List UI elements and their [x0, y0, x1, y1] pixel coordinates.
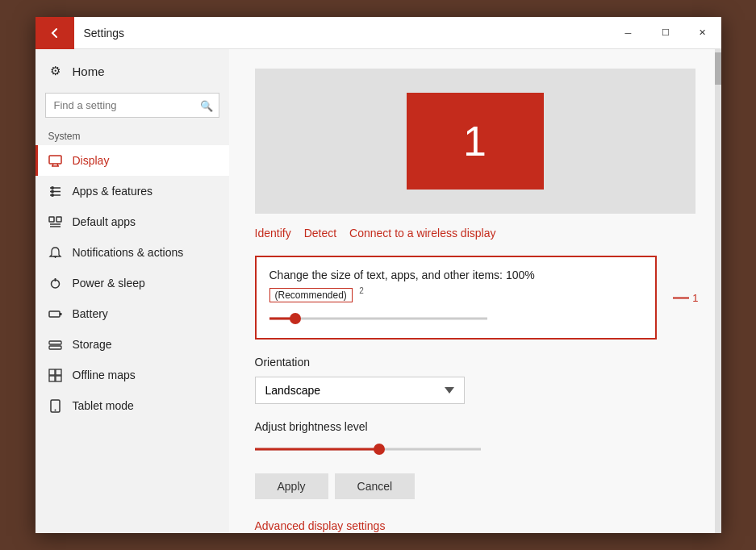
tablet-icon — [48, 398, 63, 413]
identify-link[interactable]: Identify — [255, 227, 291, 240]
window-controls: ─ ☐ ✕ — [610, 17, 721, 49]
svg-rect-25 — [56, 376, 61, 381]
sidebar-label-power: Power & sleep — [73, 277, 145, 290]
svg-rect-22 — [49, 369, 55, 375]
sidebar-item-display[interactable]: Display — [36, 145, 229, 176]
cancel-button[interactable]: Cancel — [335, 473, 416, 499]
svg-rect-11 — [56, 217, 61, 222]
advanced-display-settings-link[interactable]: Advanced display settings — [255, 519, 386, 532]
back-button[interactable] — [36, 17, 74, 49]
svg-rect-20 — [49, 341, 61, 344]
default-apps-icon — [48, 215, 63, 229]
sidebar-label-battery: Battery — [73, 307, 108, 320]
sidebar-label-notifications: Notifications & actions — [73, 246, 184, 259]
search-box: 🔍 — [45, 93, 219, 118]
orientation-label: Orientation — [255, 356, 695, 369]
orientation-select[interactable]: Landscape Portrait Landscape (flipped) P… — [255, 377, 465, 404]
monitor-number: 1 — [463, 117, 487, 165]
scrollbar-thumb[interactable] — [715, 52, 721, 85]
sidebar-label-default-apps: Default apps — [73, 215, 136, 228]
brightness-slider-track — [255, 448, 481, 451]
window-title: Settings — [74, 27, 610, 40]
connect-wireless-link[interactable]: Connect to a wireless display — [349, 227, 495, 240]
scale-slider-track — [269, 318, 487, 320]
svg-rect-21 — [49, 346, 61, 349]
storage-icon — [48, 337, 63, 352]
brightness-slider-fill — [255, 448, 379, 451]
sidebar-item-power-sleep[interactable]: Power & sleep — [36, 268, 229, 298]
sidebar-item-offline-maps[interactable]: Offline maps — [36, 360, 229, 390]
settings-window: Settings ─ ☐ ✕ ⚙ Home 🔍 System — [36, 17, 721, 533]
battery-icon — [48, 306, 63, 321]
home-icon: ⚙ — [48, 64, 63, 78]
scrollbar[interactable] — [715, 49, 721, 533]
sidebar-item-notifications[interactable]: Notifications & actions — [36, 237, 229, 268]
sidebar-home-label: Home — [73, 65, 105, 78]
svg-point-7 — [51, 186, 54, 190]
svg-rect-23 — [56, 369, 61, 375]
svg-rect-24 — [49, 376, 55, 381]
sidebar-label-apps: Apps & features — [73, 185, 153, 198]
annotation-1: 1 — [673, 292, 698, 304]
brightness-label: Adjust brightness level — [255, 420, 695, 433]
apps-features-icon — [48, 184, 63, 198]
sidebar-section-label: System — [36, 124, 229, 145]
brightness-slider[interactable] — [255, 441, 481, 457]
button-row: Apply Cancel — [255, 473, 695, 499]
scale-label: Change the size of text, apps, and other… — [269, 269, 642, 281]
sidebar-label-storage: Storage — [73, 338, 112, 351]
sidebar-label-tablet: Tablet mode — [73, 399, 134, 412]
sidebar-item-battery[interactable]: Battery — [36, 298, 229, 329]
detect-link[interactable]: Detect — [304, 227, 336, 240]
notifications-icon — [48, 245, 63, 260]
offline-maps-icon — [48, 368, 63, 382]
sidebar: ⚙ Home 🔍 System Display — [36, 49, 229, 533]
search-input[interactable] — [45, 93, 219, 118]
sidebar-item-apps-features[interactable]: Apps & features — [36, 176, 229, 206]
svg-rect-18 — [49, 311, 60, 317]
maximize-button[interactable]: ☐ — [647, 17, 684, 49]
svg-point-8 — [51, 190, 54, 193]
scale-recommended: (Recommended) 2 — [269, 286, 642, 302]
titlebar: Settings ─ ☐ ✕ — [36, 17, 721, 49]
search-icon: 🔍 — [200, 99, 213, 111]
monitor-box: 1 — [407, 93, 544, 190]
sidebar-label-maps: Offline maps — [73, 369, 136, 381]
brightness-slider-thumb[interactable] — [374, 444, 385, 455]
svg-rect-10 — [49, 217, 54, 222]
sidebar-item-tablet-mode[interactable]: Tablet mode — [36, 390, 229, 421]
scale-highlight-box: Change the size of text, apps, and other… — [255, 256, 657, 340]
display-preview: 1 — [255, 69, 695, 214]
power-icon — [48, 276, 63, 290]
content-area: 1 Identify Detect Connect to a wireless … — [229, 49, 721, 533]
sidebar-item-home[interactable]: ⚙ Home — [36, 56, 229, 86]
svg-point-27 — [55, 409, 56, 410]
svg-point-9 — [51, 194, 54, 197]
svg-rect-19 — [60, 313, 62, 315]
sidebar-item-storage[interactable]: Storage — [36, 329, 229, 360]
scale-slider[interactable] — [269, 310, 487, 327]
svg-rect-0 — [49, 156, 61, 164]
display-icon — [48, 153, 63, 168]
sidebar-item-default-apps[interactable]: Default apps — [36, 206, 229, 237]
scale-slider-thumb[interactable] — [290, 313, 301, 324]
recommended-badge: (Recommended) — [269, 288, 353, 302]
apply-button[interactable]: Apply — [255, 473, 328, 499]
display-links: Identify Detect Connect to a wireless di… — [255, 227, 695, 240]
sidebar-label-display: Display — [73, 154, 110, 167]
scale-superscript: 2 — [359, 286, 364, 295]
close-button[interactable]: ✕ — [684, 17, 721, 49]
minimize-button[interactable]: ─ — [610, 17, 647, 49]
window-body: ⚙ Home 🔍 System Display — [36, 49, 721, 533]
